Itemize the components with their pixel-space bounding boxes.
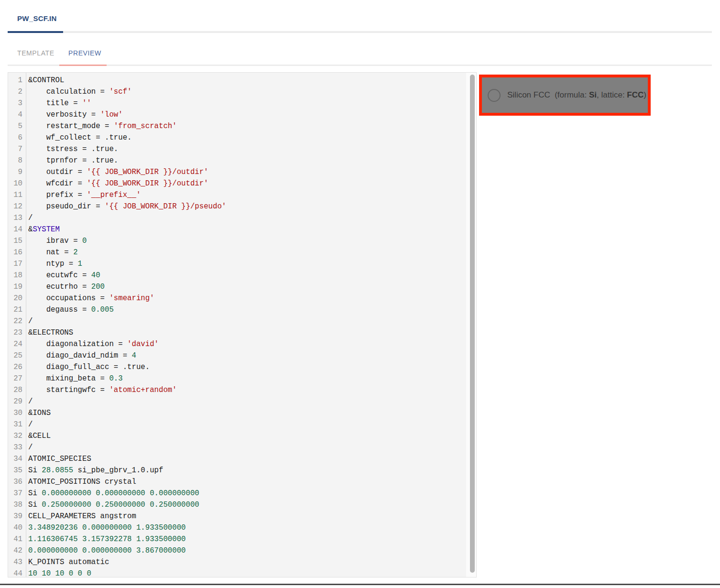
- line-number: 14: [8, 224, 26, 235]
- line-number: 17: [8, 258, 26, 270]
- line-number: 19: [8, 281, 26, 293]
- code-line: diago_david_ndim = 4: [28, 350, 466, 361]
- code-line: &SYSTEM: [28, 224, 466, 235]
- code-line: 1.116306745 3.157392278 1.933500000: [28, 534, 466, 545]
- code-line: diago_full_acc = .true.: [28, 361, 466, 373]
- line-number: 30: [8, 407, 26, 419]
- code-line: tprnfor = .true.: [28, 155, 466, 166]
- code-line: ATOMIC_SPECIES: [28, 453, 466, 465]
- view-tab-track: [8, 65, 712, 66]
- line-number: 8: [8, 155, 26, 166]
- code-line: degauss = 0.005: [28, 304, 466, 316]
- line-number: 43: [8, 556, 26, 568]
- line-number: 4: [8, 109, 26, 120]
- preview-tab-active-indicator: [59, 65, 107, 66]
- code-line: ntyp = 1: [28, 258, 466, 270]
- code-line: ibrav = 0: [28, 235, 466, 247]
- code-line: mixing_beta = 0.3: [28, 373, 466, 384]
- file-tab-track: [8, 31, 712, 33]
- line-number: 13: [8, 212, 26, 224]
- line-number: 29: [8, 396, 26, 407]
- code-line: diagonalization = 'david': [28, 338, 466, 350]
- code-line: Si 0.000000000 0.000000000 0.000000000: [28, 488, 466, 499]
- code-line: ATOMIC_POSITIONS crystal: [28, 476, 466, 488]
- line-number: 35: [8, 465, 26, 476]
- line-number: 40: [8, 522, 26, 534]
- code-line: /: [28, 316, 466, 327]
- code-line: &IONS: [28, 407, 466, 419]
- editor-scrollbar-track[interactable]: [466, 73, 476, 577]
- code-line: wf_collect = .true.: [28, 132, 466, 143]
- line-number: 28: [8, 384, 26, 396]
- line-number: 26: [8, 361, 26, 373]
- line-number: 27: [8, 373, 26, 384]
- file-tab-pw-scf-in[interactable]: PW_SCF.IN: [17, 14, 57, 22]
- tab-template[interactable]: TEMPLATE: [17, 49, 55, 57]
- code-editor[interactable]: 1234567891011121314151617181920212223242…: [8, 72, 477, 577]
- code-line: pseudo_dir = '{{ JOB_WORK_DIR }}/pseudo': [28, 201, 466, 212]
- line-number: 11: [8, 189, 26, 201]
- code-line: occupations = 'smearing': [28, 293, 466, 304]
- line-number: 16: [8, 247, 26, 258]
- code-line: tstress = .true.: [28, 143, 466, 155]
- material-option-label: Silicon FCC (formula: Si, lattice: FCC): [507, 90, 646, 100]
- line-number: 24: [8, 338, 26, 350]
- code-line: 0.000000000 0.000000000 3.867000000: [28, 545, 466, 556]
- bottom-divider: [0, 584, 720, 585]
- file-tab-active-indicator: [8, 31, 63, 33]
- line-number: 15: [8, 235, 26, 247]
- line-number: 12: [8, 201, 26, 212]
- code-line: calculation = 'scf': [28, 86, 466, 98]
- code-line: Si 28.0855 si_pbe_gbrv_1.0.upf: [28, 465, 466, 476]
- line-number: 3: [8, 98, 26, 109]
- editor-scrollbar-thumb[interactable]: [470, 75, 475, 573]
- code-line: 3.348920236 0.000000000 1.933500000: [28, 522, 466, 534]
- radio-button-icon[interactable]: [488, 89, 501, 102]
- code-line: prefix = '__prefix__': [28, 189, 466, 201]
- line-number: 34: [8, 453, 26, 465]
- line-number: 39: [8, 511, 26, 522]
- line-number: 32: [8, 430, 26, 442]
- editor-code: &CONTROL calculation = 'scf' title = '' …: [26, 73, 466, 577]
- line-number: 7: [8, 143, 26, 155]
- line-number: 42: [8, 545, 26, 556]
- code-line: CELL_PARAMETERS angstrom: [28, 511, 466, 522]
- line-number: 2: [8, 86, 26, 98]
- code-line: restart_mode = 'from_scratch': [28, 120, 466, 132]
- code-line: &CELL: [28, 430, 466, 442]
- code-line: 10 10 10 0 0 0: [28, 568, 466, 577]
- code-line: ecutrho = 200: [28, 281, 466, 293]
- code-line: outdir = '{{ JOB_WORK_DIR }}/outdir': [28, 166, 466, 178]
- line-number: 23: [8, 327, 26, 338]
- line-number: 33: [8, 442, 26, 453]
- code-line: /: [28, 419, 466, 430]
- line-number: 9: [8, 166, 26, 178]
- line-number: 41: [8, 534, 26, 545]
- code-line: ecutwfc = 40: [28, 270, 466, 281]
- editor-gutter: 1234567891011121314151617181920212223242…: [8, 73, 26, 577]
- line-number: 6: [8, 132, 26, 143]
- line-number: 36: [8, 476, 26, 488]
- line-number: 37: [8, 488, 26, 499]
- material-option-silicon-fcc[interactable]: Silicon FCC (formula: Si, lattice: FCC): [479, 75, 651, 116]
- code-line: Si 0.250000000 0.250000000 0.250000000: [28, 499, 466, 511]
- code-line: verbosity = 'low': [28, 109, 466, 120]
- line-number: 38: [8, 499, 26, 511]
- code-line: K_POINTS automatic: [28, 556, 466, 568]
- code-line: &ELECTRONS: [28, 327, 466, 338]
- tab-preview[interactable]: PREVIEW: [68, 49, 101, 57]
- line-number: 25: [8, 350, 26, 361]
- line-number: 31: [8, 419, 26, 430]
- line-number: 22: [8, 316, 26, 327]
- line-number: 10: [8, 178, 26, 189]
- line-number: 20: [8, 293, 26, 304]
- line-number: 18: [8, 270, 26, 281]
- code-line: startingwfc = 'atomic+random': [28, 384, 466, 396]
- code-line: &CONTROL: [28, 75, 466, 86]
- line-number: 5: [8, 120, 26, 132]
- line-number: 1: [8, 75, 26, 86]
- code-line: /: [28, 442, 466, 453]
- line-number: 21: [8, 304, 26, 316]
- code-line: title = '': [28, 98, 466, 109]
- code-line: /: [28, 396, 466, 407]
